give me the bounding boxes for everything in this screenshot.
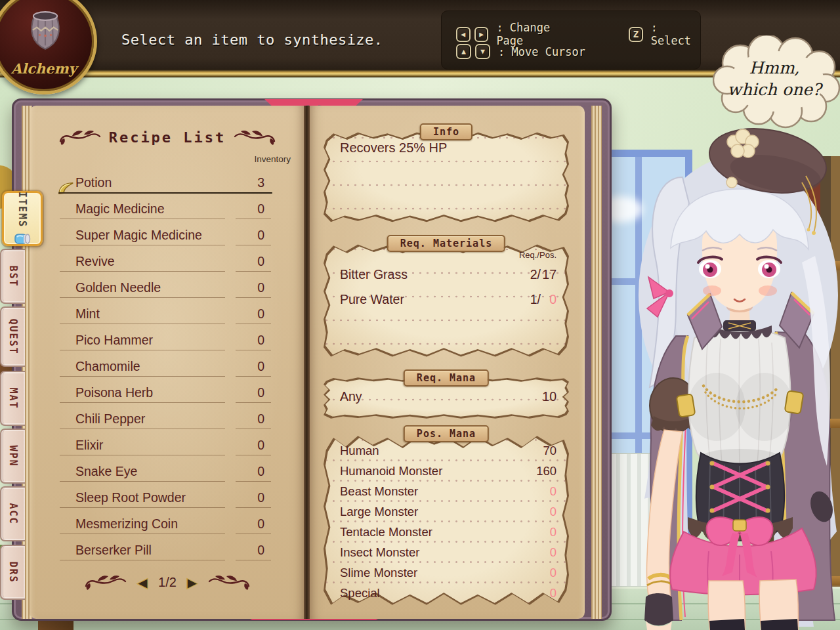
recipe-row[interactable]: Chamomile0 xyxy=(30,351,305,377)
flourish-icon xyxy=(234,128,276,146)
key-left-icon: ◀ xyxy=(456,27,471,42)
recipe-book: Recipe List Inventory Potion3Magic Medic… xyxy=(12,98,612,621)
pos-mana-row: Human70 xyxy=(326,440,567,461)
req-pos-column-label: Req./Pos. xyxy=(519,250,556,260)
alchemy-screen: Recipe List Inventory Potion3Magic Medic… xyxy=(0,0,840,630)
recipe-row[interactable]: Elixir0 xyxy=(30,430,305,456)
recipe-row[interactable]: Pico Hammer0 xyxy=(30,325,305,351)
character-illustration xyxy=(610,98,840,630)
flourish-icon xyxy=(59,128,101,146)
tab-label: MAT xyxy=(7,387,19,409)
recipe-row[interactable]: Snake Eye0 xyxy=(30,456,305,482)
potion-jar-icon xyxy=(14,232,31,245)
req-mana-row: Any10 xyxy=(326,384,567,409)
recipe-row[interactable]: Revive0 xyxy=(30,246,305,272)
recipe-row[interactable]: Super Magic Medicine0 xyxy=(30,220,305,246)
thought-bubble-text: Hmm, which one? xyxy=(713,58,836,100)
pos-mana-panel-title: Pos. Mana xyxy=(404,425,489,442)
tab-quest[interactable]: QUEST xyxy=(0,306,25,367)
recipe-row[interactable]: Potion3 xyxy=(30,167,305,194)
materials-panel-title: Req. Materials xyxy=(387,235,505,252)
alchemy-badge: Alchemy xyxy=(0,0,97,94)
badge-label: Alchemy xyxy=(0,60,94,77)
page-stack-right xyxy=(591,106,602,619)
page-title: Recipe List xyxy=(109,129,226,146)
pos-mana-row: Beast Monster0 xyxy=(326,481,567,501)
pos-mana-row: Special0 xyxy=(326,583,567,603)
tab-items[interactable]: ITEMS xyxy=(2,191,43,246)
recipe-list-page: Recipe List Inventory Potion3Magic Medic… xyxy=(30,106,305,619)
info-text: Recovers 25% HP xyxy=(340,140,447,156)
recipe-row[interactable]: Berserker Pill0 xyxy=(30,535,305,561)
tab-label: QUEST xyxy=(7,318,19,354)
recipe-row[interactable]: Mint0 xyxy=(30,299,305,325)
thought-bubble: Hmm, which one? xyxy=(713,35,840,129)
page-indicator: 1/2 xyxy=(158,575,177,590)
tab-drs[interactable]: DRS xyxy=(0,545,25,600)
info-panel-title: Info xyxy=(420,123,472,140)
pos-mana-row: Large Monster0 xyxy=(326,501,567,522)
alchemy-pot-icon xyxy=(24,9,66,54)
pos-mana-row: Tentacle Monster0 xyxy=(326,522,567,542)
key-down-icon: ▼ xyxy=(475,44,490,59)
key-right-icon: ▶ xyxy=(474,27,489,42)
prev-page-button[interactable]: ◀ xyxy=(137,576,148,589)
pos-mana-row: Humanoid Monster160 xyxy=(326,461,567,481)
tab-label: ACC xyxy=(7,503,19,524)
req-mana-panel-title: Req. Mana xyxy=(404,369,489,387)
key-up-icon: ▲ xyxy=(456,44,471,59)
tab-wpn[interactable]: WPN xyxy=(0,429,25,484)
pos-mana-row: Slime Monster0 xyxy=(326,562,567,583)
detail-page: Info Recovers 25% HP Req. Materials Req.… xyxy=(309,106,585,619)
tab-label: BST xyxy=(7,265,19,287)
instruction-message: Select an item to synthesize. xyxy=(121,32,383,48)
recipe-row[interactable]: Chili Pepper0 xyxy=(30,404,305,430)
tab-label: WPN xyxy=(7,445,19,467)
tab-bst[interactable]: BST xyxy=(0,249,25,304)
flourish-icon xyxy=(208,573,250,591)
materials-rows: Bitter Grass2/17Pure Water1/0 xyxy=(326,262,567,312)
tab-label: DRS xyxy=(7,561,19,583)
material-row: Bitter Grass2/17 xyxy=(326,262,567,287)
flourish-icon xyxy=(85,573,127,591)
change-page-label: : Change Page xyxy=(496,21,578,47)
controls-legend: ◀ ▶ : Change Page Z : Select ▲ ▼ : Move … xyxy=(441,10,701,70)
next-page-button[interactable]: ▶ xyxy=(187,576,198,589)
key-z-icon: Z xyxy=(629,27,642,42)
pos-mana-rows: Human70Humanoid Monster160Beast Monster0… xyxy=(326,440,567,603)
book-spine xyxy=(304,106,310,619)
move-cursor-label: : Move Cursor xyxy=(498,45,585,58)
recipe-row[interactable]: Sleep Root Powder0 xyxy=(30,482,305,509)
tab-mat[interactable]: MAT xyxy=(0,371,25,426)
material-row: Pure Water1/0 xyxy=(326,287,567,312)
tab-acc[interactable]: ACC xyxy=(0,486,25,541)
recipe-row[interactable]: Golden Needle0 xyxy=(30,272,305,299)
pos-mana-row: Insect Monster0 xyxy=(326,542,567,562)
tab-label: ITEMS xyxy=(16,192,28,228)
page-navigation: ◀ 1/2 ▶ xyxy=(30,573,305,591)
recipe-rows: Potion3Magic Medicine0Super Magic Medici… xyxy=(30,167,305,561)
select-label: : Select xyxy=(651,21,700,47)
inventory-column-label: Inventory xyxy=(254,154,291,164)
recipe-row[interactable]: Poisona Herb0 xyxy=(30,377,305,404)
recipe-row[interactable]: Mesmerizing Coin0 xyxy=(30,509,305,535)
recipe-row[interactable]: Magic Medicine0 xyxy=(30,194,305,220)
